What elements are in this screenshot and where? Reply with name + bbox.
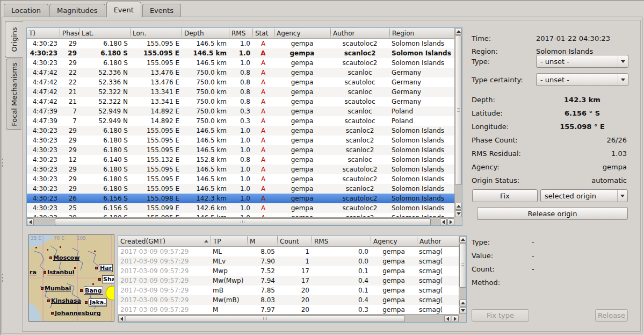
origin-row[interactable]: 4:47:39752.949 N14.892 E750.0 km0.3Agemp… bbox=[27, 116, 454, 126]
scroll-up-button[interactable] bbox=[455, 203, 462, 210]
table-cell: gempa bbox=[371, 286, 417, 295]
column-header[interactable]: Phase bbox=[60, 28, 79, 38]
table-cell: 4:30:23 bbox=[27, 39, 60, 48]
origin-row[interactable]: 4:30:23266.156 S155.098 E142.3 km1.0Agem… bbox=[27, 194, 454, 203]
magnitudes-horizontal-scrollbar[interactable] bbox=[118, 314, 459, 322]
origin-row[interactable]: 4:30:23296.180 S155.095 E146.5 km1.0Agem… bbox=[27, 145, 454, 155]
scroll-left-button[interactable] bbox=[444, 315, 451, 322]
magnitude-row[interactable]: 2017-03-09 09:57:29ML8.0510.0gempascmag( bbox=[118, 247, 459, 256]
tab-event[interactable]: Event bbox=[106, 2, 141, 17]
origin-row[interactable]: 4:30:23296.180 S155.095 E146.5 km1.0Agem… bbox=[27, 126, 454, 136]
scroll-right-button[interactable] bbox=[447, 218, 454, 225]
column-header[interactable]: Agency bbox=[371, 236, 417, 246]
magnitude-row[interactable]: 2017-03-09 09:57:29Mwp7.52170.1gempascma… bbox=[118, 266, 459, 276]
table-cell: 7.97 bbox=[247, 305, 277, 314]
origin-row[interactable]: 4:47:422152.322 N13.341 E750.0 km0.8Agem… bbox=[27, 97, 454, 106]
magnitude-row[interactable]: 2017-03-09 09:57:29mB7.85200.1gempascmag… bbox=[118, 286, 459, 295]
splitter-handle[interactable] bbox=[1, 270, 4, 284]
origin-row[interactable]: 4:30:23296.180 S155.095 E146.5 km1.0Agem… bbox=[27, 58, 454, 68]
table-cell: scanloc2 bbox=[330, 184, 389, 194]
field-label: Longitude: bbox=[472, 123, 536, 131]
magnitudes-vertical-scrollbar[interactable] bbox=[459, 236, 466, 314]
origin-row[interactable]: 4:47:422252.336 N13.476 E750.0 km0.8Agem… bbox=[27, 77, 454, 87]
origin-selector-combobox[interactable]: selected origin bbox=[540, 189, 628, 202]
tab-focal-mechanisms[interactable]: Focal Mechanisms bbox=[6, 59, 21, 130]
origin-row[interactable]: 4:47:39752.949 N14.892 E750.0 km0.3Agemp… bbox=[27, 106, 454, 116]
origin-row[interactable]: 4:30:23296.180 S155.095 E146.5 km1.0Agem… bbox=[27, 213, 454, 217]
origin-row[interactable]: 4:47:422252.336 N13.476 E750.0 km0.8Agem… bbox=[27, 68, 454, 77]
scroll-thumb[interactable] bbox=[126, 315, 405, 322]
column-header[interactable]: Stat bbox=[252, 28, 274, 38]
column-header[interactable]: RMS bbox=[312, 236, 371, 246]
column-header[interactable]: TP bbox=[211, 236, 247, 246]
column-header[interactable]: Region bbox=[389, 28, 454, 38]
origin-row[interactable]: 4:30:23296.180 S155.095 E146.5 km1.0Agem… bbox=[27, 174, 454, 184]
origin-row[interactable]: 4:30:23296.180 S155.095 E146.5 km1.0Agem… bbox=[27, 184, 454, 194]
column-header[interactable]: RMS bbox=[229, 28, 252, 38]
table-cell: 6.180 S bbox=[79, 48, 130, 58]
origin-row[interactable]: 4:30:23296.180 S155.095 E146.5 km1.0Agem… bbox=[27, 39, 454, 48]
column-header[interactable]: Lat. bbox=[79, 28, 130, 38]
scroll-up-button[interactable] bbox=[455, 28, 462, 35]
origin-row[interactable]: 4:30:23296.180 S155.095 E146.5 km1.0Agem… bbox=[27, 48, 454, 58]
origin-row[interactable]: 4:30:23256.156 S155.099 E142.6 km1.0Agem… bbox=[27, 203, 454, 213]
table-cell: 6.156 S bbox=[79, 203, 130, 213]
tab-events[interactable]: Events bbox=[142, 4, 181, 17]
scroll-left-button[interactable] bbox=[118, 315, 125, 322]
column-header[interactable]: Author bbox=[417, 236, 459, 246]
scroll-thumb[interactable] bbox=[55, 218, 431, 225]
column-header[interactable]: Lon. bbox=[130, 28, 182, 38]
column-header[interactable]: Created(GMT) bbox=[118, 236, 211, 246]
table-cell: gempa bbox=[274, 58, 330, 68]
table-cell: gempa bbox=[274, 184, 330, 194]
origin-row[interactable]: 4:30:23296.180 S155.095 E146.5 km1.0Agem… bbox=[27, 165, 454, 174]
table-cell: 155.095 E bbox=[130, 58, 182, 68]
column-header[interactable]: T) bbox=[27, 28, 60, 38]
scroll-up-button[interactable] bbox=[459, 236, 466, 243]
scroll-thumb[interactable] bbox=[455, 35, 462, 185]
origin-row[interactable]: 4:30:23126.140 S155.132 E152.8 km0.8Agem… bbox=[27, 155, 454, 165]
column-header[interactable]: Agency bbox=[274, 28, 330, 38]
table-cell: 4:47:42 bbox=[27, 87, 60, 97]
scroll-down-button[interactable] bbox=[455, 210, 462, 217]
magnitude-info-panel: Type:-Value:-Count:-Method: bbox=[472, 234, 628, 294]
table-cell: gempa bbox=[274, 106, 330, 116]
magnitude-row[interactable]: 2017-03-09 09:57:29Mw(Mwp)7.94170.4gempa… bbox=[118, 276, 459, 286]
tab-location[interactable]: Location bbox=[4, 4, 48, 17]
location-map[interactable]: 35 E 70 E 105 MoscowraIstanbulMumbaiKins… bbox=[28, 234, 114, 322]
table-cell: 20 bbox=[277, 295, 312, 305]
type-combobox[interactable]: - unset - bbox=[536, 55, 628, 68]
magnitude-row[interactable]: 2017-03-09 09:57:29MLv7.9010.0gempascmag… bbox=[118, 256, 459, 266]
fix-button[interactable]: Fix bbox=[472, 189, 538, 202]
release-button[interactable]: Release bbox=[595, 309, 628, 322]
column-header[interactable]: Author bbox=[330, 28, 389, 38]
origins-vertical-scrollbar[interactable] bbox=[454, 28, 462, 217]
column-header[interactable]: M bbox=[247, 236, 277, 246]
splitter-handle[interactable] bbox=[1, 155, 4, 169]
table-cell: 1.0 bbox=[229, 213, 252, 217]
origins-horizontal-scrollbar[interactable] bbox=[27, 217, 454, 225]
column-header[interactable]: Depth bbox=[182, 28, 229, 38]
scroll-right-button[interactable] bbox=[452, 315, 459, 322]
fix-type-button[interactable]: Fix type bbox=[472, 309, 529, 322]
table-cell: 4:30:23 bbox=[27, 155, 60, 165]
scroll-thumb[interactable] bbox=[459, 244, 466, 288]
field-label: Time: bbox=[472, 34, 536, 42]
scroll-left-button[interactable] bbox=[440, 218, 447, 225]
map-cities-layer: MoscowraIstanbulMumbaiKinshasaJohannesbu… bbox=[29, 235, 114, 321]
scroll-down-button[interactable] bbox=[459, 307, 466, 314]
column-header[interactable]: Count bbox=[277, 236, 312, 246]
type-certainty-combobox[interactable]: - unset - bbox=[536, 73, 628, 86]
scroll-up-button[interactable] bbox=[459, 300, 466, 307]
magnitude-row[interactable]: 2017-03-09 09:57:29M7.97200.3gempascmag( bbox=[118, 305, 459, 314]
origin-row[interactable]: 4:47:422152.322 N13.341 E750.0 km0.8Agem… bbox=[27, 87, 454, 97]
release-origin-button[interactable]: Release origin bbox=[477, 207, 628, 220]
tab-origins[interactable]: Origins bbox=[5, 21, 23, 58]
table-cell: Mw(mB) bbox=[211, 295, 247, 305]
origin-row[interactable]: 4:30:23296.180 S155.095 E146.5 km1.0Agem… bbox=[27, 136, 454, 145]
magnitude-row[interactable]: 2017-03-09 09:57:29Mw(mB)8.03200.4gempas… bbox=[118, 295, 459, 305]
scroll-left-button[interactable] bbox=[27, 218, 34, 225]
table-cell: 155.095 E bbox=[130, 39, 182, 48]
tab-magnitudes[interactable]: Magnitudes bbox=[49, 4, 105, 17]
sort-ascending-icon bbox=[204, 240, 208, 243]
